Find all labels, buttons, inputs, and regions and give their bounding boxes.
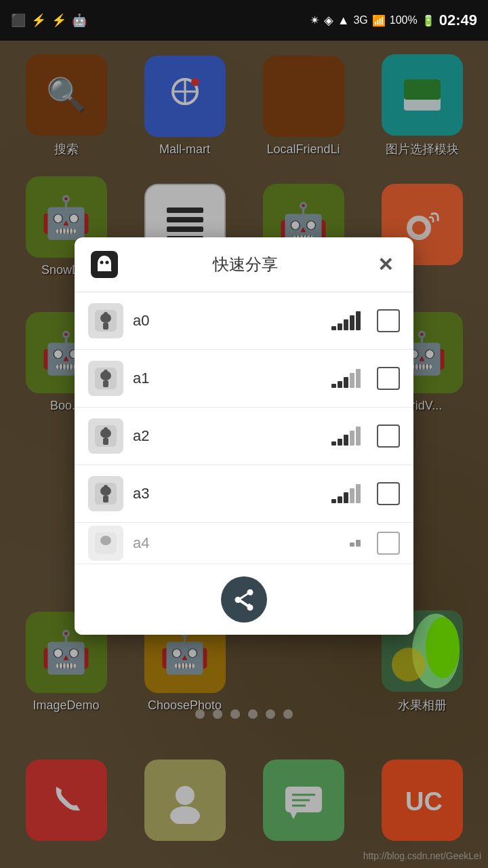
list-item-a1-signal	[331, 369, 361, 388]
list-item-a1[interactable]: a1	[75, 350, 413, 408]
list-item-a3[interactable]: a3	[75, 465, 413, 523]
list-item-a3-name: a3	[133, 485, 322, 502]
list-item-a4-checkbox[interactable]	[377, 532, 400, 555]
svg-point-29	[106, 261, 109, 264]
svg-point-41	[104, 427, 108, 431]
list-item-a2-checkbox[interactable]	[377, 425, 400, 448]
list-item-a0[interactable]: a0	[75, 292, 413, 350]
list-item-a2-name: a2	[133, 427, 322, 445]
svg-point-33	[104, 312, 108, 316]
svg-point-37	[104, 370, 108, 374]
clock: 02:49	[439, 12, 477, 29]
svg-point-45	[104, 485, 108, 489]
svg-rect-40	[103, 438, 108, 445]
svg-rect-36	[103, 380, 108, 387]
list-item-a3-signal	[331, 484, 361, 503]
list-item-a4-signal	[350, 540, 361, 547]
dialog-header: 快速分享 ✕	[75, 237, 413, 292]
android-icon: 🤖	[72, 13, 87, 28]
signal-bars: 📶	[372, 14, 386, 27]
svg-rect-44	[103, 496, 108, 502]
dialog-list: a0 a1	[75, 292, 413, 564]
list-item-a1-icon	[88, 361, 123, 396]
svg-point-28	[100, 261, 104, 264]
status-icons-right: ✴ ◈ ▲ 3G 📶 100% 🔋 02:49	[310, 12, 477, 29]
dialog-footer	[75, 564, 413, 635]
list-item-a2-signal	[331, 427, 361, 446]
status-icons-left: ⬛ ⚡ ⚡ 🤖	[11, 13, 87, 28]
list-item-a4-partial[interactable]: a4	[75, 523, 413, 564]
network-type: 3G	[353, 14, 367, 26]
ghost-icon	[91, 251, 118, 278]
battery-icon: 🔋	[422, 14, 435, 27]
list-item-a0-name: a0	[133, 312, 322, 330]
list-item-a1-checkbox[interactable]	[377, 367, 400, 390]
share-button[interactable]	[221, 576, 267, 623]
list-item-a3-checkbox[interactable]	[377, 482, 400, 505]
usb2-icon: ⚡	[52, 13, 66, 28]
list-item-a4-name: a4	[133, 534, 340, 552]
list-item-a1-name: a1	[133, 370, 322, 387]
svg-rect-32	[103, 323, 108, 330]
share-dialog: 快速分享 ✕ a0	[75, 237, 413, 635]
list-item-a4-icon	[88, 526, 123, 561]
list-item-a0-icon	[88, 303, 123, 338]
list-item-a0-signal	[331, 311, 361, 330]
wifi-icon: ▲	[338, 14, 350, 28]
dialog-close-button[interactable]: ✕	[373, 252, 397, 277]
dialog-title: 快速分享	[126, 254, 365, 275]
usb1-icon: ⚡	[31, 13, 46, 28]
signal-icon: ◈	[324, 13, 333, 28]
screenshot-icon: ⬛	[11, 13, 26, 28]
bluetooth-icon: ✴	[310, 13, 320, 28]
svg-point-47	[100, 536, 111, 545]
battery-level: 100%	[390, 14, 418, 26]
list-item-a3-icon	[88, 476, 123, 511]
list-item-a2-icon	[88, 418, 123, 454]
list-item-a0-checkbox[interactable]	[377, 309, 400, 332]
status-bar: ⬛ ⚡ ⚡ 🤖 ✴ ◈ ▲ 3G 📶 100% 🔋 02:49	[0, 0, 488, 41]
list-item-a2[interactable]: a2	[75, 408, 413, 465]
